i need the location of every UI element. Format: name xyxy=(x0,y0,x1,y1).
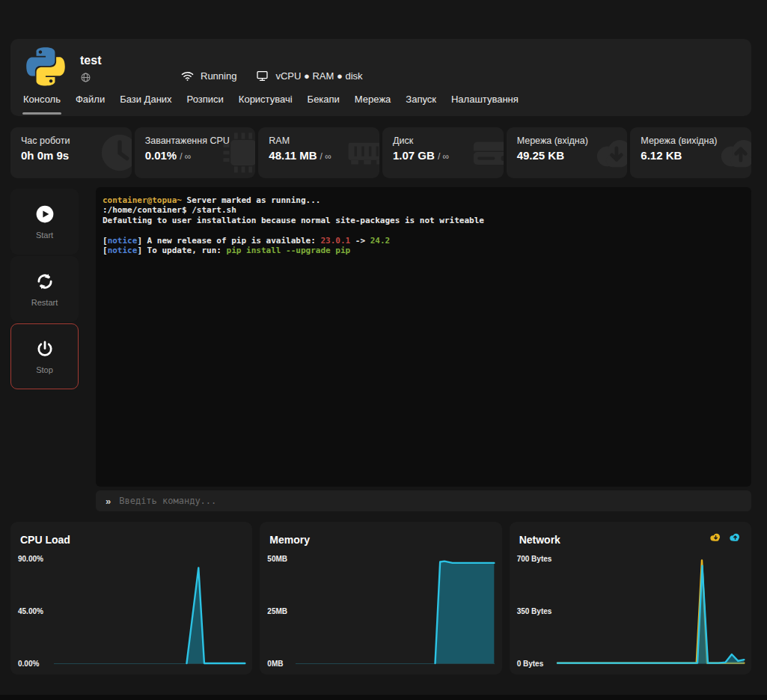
restart-icon xyxy=(35,272,55,291)
play-circle-icon xyxy=(35,204,55,224)
clock-icon xyxy=(98,131,132,174)
cpu-chart-card: CPU Load 90.00% 45.00% 0.00% xyxy=(10,522,252,675)
network-out-value: 6.12 KB xyxy=(641,149,682,162)
power-icon xyxy=(35,339,55,359)
cpu-value: 0.01% xyxy=(145,149,177,162)
server-specs: vCPU ● RAM ● disk xyxy=(275,70,362,82)
tab-console[interactable]: Консоль xyxy=(22,89,61,116)
monitor-icon xyxy=(256,70,269,82)
server-panel: test Running vCPU ● RAM ● disk Консоль Ф… xyxy=(0,0,767,700)
console-line-blank xyxy=(103,225,745,235)
ram-value: 48.11 MB xyxy=(269,149,317,162)
console-line: [notice] To update, run: pip install --u… xyxy=(103,246,745,255)
charts-row: CPU Load 90.00% 45.00% 0.00% Memory 50MB… xyxy=(10,522,751,675)
legend-upload-icon[interactable] xyxy=(729,532,741,543)
power-controls: Start Restart Stop xyxy=(10,189,79,389)
console-output[interactable]: container@topua~ Server marked as runnin… xyxy=(96,187,751,487)
tab-bar: Консоль Файли Бази Даних Розписи Користу… xyxy=(22,89,519,116)
cpu-chart-title: CPU Load xyxy=(20,534,70,546)
chevrons-icon: » xyxy=(106,496,111,507)
command-bar: » xyxy=(96,490,751,511)
cloud-upload-icon xyxy=(718,131,751,174)
stat-card-uptime: Час роботи 0h 0m 9s xyxy=(10,127,132,178)
tab-network[interactable]: Мережа xyxy=(354,89,391,116)
hard-drive-icon xyxy=(470,131,504,174)
tab-databases[interactable]: Бази Даних xyxy=(119,89,172,116)
memory-chart-card: Memory 50MB 25MB 0MB xyxy=(260,522,501,675)
stat-card-cpu: Завантаження CPU 0.01%/ ∞ xyxy=(135,127,256,178)
memory-chart-plot xyxy=(296,559,494,663)
stat-card-network-in: Мережа (вхідна) 49.25 KB xyxy=(507,127,628,178)
server-status-row: Running vCPU ● RAM ● disk xyxy=(181,70,363,82)
stop-button[interactable]: Stop xyxy=(10,323,79,389)
console-line: Defaulting to user installation because … xyxy=(103,216,745,225)
uptime-value: 0h 0m 9s xyxy=(21,149,69,162)
tab-settings[interactable]: Налаштування xyxy=(450,89,519,116)
command-input[interactable] xyxy=(119,496,742,506)
stat-card-ram: RAM 48.11 MB/ ∞ xyxy=(258,127,379,178)
server-name: test xyxy=(80,54,101,67)
ram-stick-icon xyxy=(346,131,379,174)
network-chart-title: Network xyxy=(519,534,560,546)
memory-chart-title: Memory xyxy=(269,534,310,546)
python-logo-icon xyxy=(24,45,67,88)
tab-files[interactable]: Файли xyxy=(75,89,106,116)
tab-schedules[interactable]: Розписи xyxy=(186,89,224,116)
status-text: Running xyxy=(201,70,236,82)
console-line: [notice] A new release of pip is availab… xyxy=(103,236,745,246)
cloud-download-icon xyxy=(593,131,627,174)
tab-startup[interactable]: Запуск xyxy=(405,89,437,116)
server-header: test Running vCPU ● RAM ● disk Консоль Ф… xyxy=(10,39,751,116)
globe-icon xyxy=(81,73,91,82)
cpu-chip-icon xyxy=(221,131,255,174)
stat-card-network-out: Мережа (вихідна) 6.12 KB xyxy=(630,127,751,178)
network-in-value: 49.25 KB xyxy=(517,149,564,162)
legend-download-icon[interactable] xyxy=(709,532,721,543)
stat-card-disk: Диск 1.07 GB/ ∞ xyxy=(382,127,504,178)
footer-strip xyxy=(0,695,767,700)
console-line: :/home/container$ /start.sh xyxy=(103,205,745,215)
tab-users[interactable]: Користувачі xyxy=(238,89,293,116)
stats-row: Час роботи 0h 0m 9s Завантаження CPU 0.0… xyxy=(10,127,751,178)
start-button[interactable]: Start xyxy=(10,189,79,255)
network-legend xyxy=(709,532,741,543)
network-chart-card: Network 700 Bytes 350 Bytes 0 Bytes xyxy=(510,522,751,675)
tab-backups[interactable]: Бекапи xyxy=(307,89,340,116)
network-chart-plot xyxy=(557,559,744,663)
console-line: container@topua~ Server marked as runnin… xyxy=(103,195,745,205)
disk-value: 1.07 GB xyxy=(393,149,435,162)
cpu-chart-plot xyxy=(54,559,245,663)
restart-button[interactable]: Restart xyxy=(10,256,79,322)
wifi-icon xyxy=(181,70,194,82)
